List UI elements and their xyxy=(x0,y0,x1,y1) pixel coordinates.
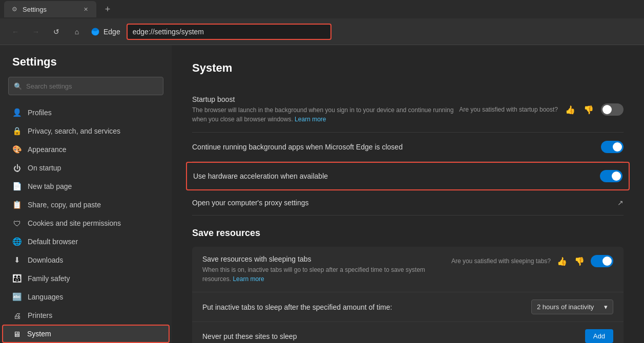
downloads-icon: ⬇ xyxy=(12,255,22,265)
sidebar-item-cookies[interactable]: 🛡 Cookies and site permissions xyxy=(0,214,172,232)
sidebar-item-profiles[interactable]: 👤 Profiles xyxy=(0,103,172,122)
startup-icon: ⏻ xyxy=(12,163,22,173)
appearance-icon: 🎨 xyxy=(12,145,22,154)
sidebar-item-new-tab[interactable]: 📄 New tab page xyxy=(0,177,172,196)
proxy-left: Open your computer's proxy settings xyxy=(192,199,617,207)
startup-feedback-text: Are you satisfied with startup boost? xyxy=(459,106,558,113)
hardware-accel-row: Use hardware acceleration when available xyxy=(186,162,630,190)
address-input[interactable] xyxy=(133,28,325,36)
forward-button[interactable]: → xyxy=(29,25,43,39)
privacy-icon: 🔒 xyxy=(12,126,22,136)
sidebar-item-default-browser[interactable]: 🌐 Default browser xyxy=(0,232,172,251)
proxy-right: ↗ xyxy=(617,199,624,207)
sidebar-item-label: New tab page xyxy=(28,182,72,190)
startup-thumbdown-button[interactable]: 👎 xyxy=(583,104,595,116)
external-link-icon[interactable]: ↗ xyxy=(617,199,624,207)
dropdown-value: 2 hours of inactivity xyxy=(537,303,594,311)
sidebar-item-label: Profiles xyxy=(28,109,52,117)
sidebar-item-label: Printers xyxy=(28,311,52,319)
startup-boost-left: Startup boost The browser will launch in… xyxy=(192,95,459,124)
startup-boost-toggle[interactable] xyxy=(601,103,624,116)
tab-close-button[interactable]: ✕ xyxy=(81,5,90,14)
content-area: System Startup boost The browser will la… xyxy=(172,45,644,343)
background-apps-right xyxy=(601,141,624,153)
back-button[interactable]: ← xyxy=(8,25,23,39)
sidebar-item-label: Appearance xyxy=(28,145,67,154)
background-apps-label: Continue running background apps when Mi… xyxy=(192,143,601,151)
new-tab-icon: 📄 xyxy=(12,182,22,191)
printers-icon: 🖨 xyxy=(12,311,22,320)
sidebar-item-on-startup[interactable]: ⏻ On startup xyxy=(0,159,172,177)
sleeping-tabs-feedback-text: Are you satisfied with sleeping tabs? xyxy=(451,258,551,265)
hardware-accel-label: Use hardware acceleration when available xyxy=(193,172,600,180)
sidebar-item-label: Default browser xyxy=(28,238,78,246)
sleeping-tabs-label: Save resources with sleeping tabs xyxy=(202,255,451,263)
sidebar-item-appearance[interactable]: 🎨 Appearance xyxy=(0,140,172,159)
system-icon: 🖥 xyxy=(12,329,21,338)
background-apps-left: Continue running background apps when Mi… xyxy=(192,143,601,151)
edge-icon xyxy=(90,27,100,37)
proxy-row: Open your computer's proxy settings ↗ xyxy=(192,190,624,216)
chevron-down-icon: ▾ xyxy=(604,303,608,311)
sidebar-item-label: Downloads xyxy=(28,256,63,264)
inactive-sleep-row: Put inactive tabs to sleep after the spe… xyxy=(192,292,624,322)
sleeping-tabs-desc: When this is on, inactive tabs will go t… xyxy=(202,265,451,284)
startup-boost-row: Startup boost The browser will launch in… xyxy=(192,87,624,133)
cookies-icon: 🛡 xyxy=(12,219,22,228)
sidebar-item-downloads[interactable]: ⬇ Downloads xyxy=(0,251,172,269)
startup-boost-right: Are you satisfied with startup boost? 👍 … xyxy=(459,103,624,116)
sidebar-item-printers[interactable]: 🖨 Printers xyxy=(0,306,172,325)
background-apps-row: Continue running background apps when Mi… xyxy=(192,133,624,162)
background-apps-toggle[interactable] xyxy=(601,141,624,153)
inactive-sleep-dropdown[interactable]: 2 hours of inactivity ▾ xyxy=(531,299,613,314)
sleeping-tabs-left: Save resources with sleeping tabs When t… xyxy=(202,255,451,284)
sleeping-tabs-learn-more[interactable]: Learn more xyxy=(233,275,264,283)
sidebar-item-languages[interactable]: 🔤 Languages xyxy=(0,288,172,306)
tab-favicon: ⚙ xyxy=(10,5,18,13)
sleeping-tabs-thumbup-button[interactable]: 👍 xyxy=(556,255,568,267)
startup-boost-label: Startup boost xyxy=(192,95,459,103)
sidebar-item-label: On startup xyxy=(28,164,61,172)
sidebar-item-privacy[interactable]: 🔒 Privacy, search, and services xyxy=(0,122,172,140)
never-sleep-label: Never put these sites to sleep xyxy=(202,332,297,340)
profiles-icon: 👤 xyxy=(12,108,22,117)
sidebar-item-system[interactable]: 🖥 System xyxy=(2,325,170,343)
sleeping-tabs-thumbdown-button[interactable]: 👎 xyxy=(573,255,586,267)
sleeping-tabs-toggle[interactable] xyxy=(591,255,613,267)
never-sleep-row: Never put these sites to sleep Add xyxy=(192,322,624,343)
active-tab[interactable]: ⚙ Settings ✕ xyxy=(4,1,96,17)
sleeping-tabs-header: Save resources with sleeping tabs When t… xyxy=(192,247,624,292)
address-bar: ← → ↺ ⌂ Edge xyxy=(0,18,644,45)
new-tab-button[interactable]: + xyxy=(100,2,115,16)
add-site-button[interactable]: Add xyxy=(585,329,613,343)
sidebar-item-label: Family safety xyxy=(28,274,70,283)
resources-card: Save resources with sleeping tabs When t… xyxy=(192,247,624,343)
startup-thumbup-button[interactable]: 👍 xyxy=(564,104,576,116)
edge-logo: Edge xyxy=(90,27,120,37)
sidebar-item-label: Privacy, search, and services xyxy=(28,127,120,135)
sidebar-item-label: System xyxy=(27,330,51,338)
languages-icon: 🔤 xyxy=(12,292,22,302)
sidebar-item-share-copy[interactable]: 📋 Share, copy, and paste xyxy=(0,196,172,214)
refresh-button[interactable]: ↺ xyxy=(49,25,64,39)
main-layout: Settings 🔍 👤 Profiles 🔒 Privacy, search,… xyxy=(0,45,644,343)
sidebar-title: Settings xyxy=(0,55,172,77)
sidebar: Settings 🔍 👤 Profiles 🔒 Privacy, search,… xyxy=(0,45,172,343)
startup-boost-desc: The browser will launch in the backgroun… xyxy=(192,105,459,124)
sidebar-item-label: Languages xyxy=(28,293,63,301)
hardware-accel-left: Use hardware acceleration when available xyxy=(193,172,600,180)
page-title: System xyxy=(192,61,624,75)
sidebar-item-label: Cookies and site permissions xyxy=(28,219,121,227)
search-box[interactable]: 🔍 xyxy=(8,77,163,95)
hardware-accel-toggle[interactable] xyxy=(600,170,622,182)
save-resources-title: Save resources xyxy=(192,228,624,239)
sidebar-item-family-safety[interactable]: 👨‍👩‍👧 Family safety xyxy=(0,269,172,288)
share-icon: 📋 xyxy=(12,200,22,209)
search-input[interactable] xyxy=(26,82,158,90)
address-input-wrap[interactable] xyxy=(127,24,331,40)
startup-boost-learn-more[interactable]: Learn more xyxy=(295,116,326,123)
home-button[interactable]: ⌂ xyxy=(70,25,84,39)
proxy-label: Open your computer's proxy settings xyxy=(192,199,617,207)
inactive-sleep-label: Put inactive tabs to sleep after the spe… xyxy=(202,303,392,311)
edge-label: Edge xyxy=(103,28,120,36)
